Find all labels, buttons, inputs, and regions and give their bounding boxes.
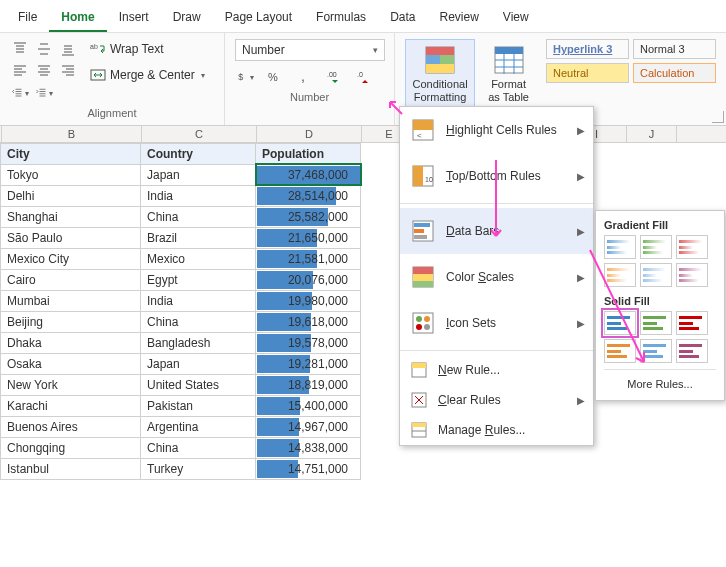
cell-country[interactable]: Bangladesh xyxy=(141,332,256,353)
cell-city[interactable]: Karachi xyxy=(1,395,141,416)
cell-style-normal3[interactable]: Normal 3 xyxy=(633,39,716,59)
menu-top-bottom[interactable]: 10 Top/Bottom Rules ▶ xyxy=(400,153,593,199)
cell-city[interactable]: Mexico City xyxy=(1,248,141,269)
cell-population[interactable]: 14,967,000 xyxy=(256,416,361,437)
table-row[interactable]: IstanbulTurkey14,751,000 xyxy=(1,458,361,479)
solid-swatch[interactable] xyxy=(640,339,672,363)
align-left-icon[interactable] xyxy=(10,61,30,81)
cell-population[interactable]: 37,468,000 xyxy=(256,164,361,185)
tab-formulas[interactable]: Formulas xyxy=(304,4,378,32)
align-top-icon[interactable] xyxy=(10,39,30,59)
number-dialog-launcher[interactable] xyxy=(712,111,724,123)
cell-population[interactable]: 25,582,000 xyxy=(256,206,361,227)
table-row[interactable]: MumbaiIndia19,980,000 xyxy=(1,290,361,311)
cell-city[interactable]: Tokyo xyxy=(1,164,141,185)
percent-icon[interactable]: % xyxy=(265,67,285,87)
align-right-icon[interactable] xyxy=(58,61,78,81)
menu-highlight-cells[interactable]: < Highlight Cells Rules ▶ xyxy=(400,107,593,153)
gradient-swatch[interactable] xyxy=(640,235,672,259)
number-format-selector[interactable]: Number ▾ xyxy=(235,39,385,61)
cell-city[interactable]: Beijing xyxy=(1,311,141,332)
cell-style-neutral[interactable]: Neutral xyxy=(546,63,629,83)
tab-view[interactable]: View xyxy=(491,4,541,32)
cell-city[interactable]: Shanghai xyxy=(1,206,141,227)
cell-city[interactable]: Istanbul xyxy=(1,458,141,479)
decrease-indent-icon[interactable] xyxy=(10,83,30,103)
cell-city[interactable]: Dhaka xyxy=(1,332,141,353)
table-row[interactable]: KarachiPakistan15,400,000 xyxy=(1,395,361,416)
wrap-text-button[interactable]: ab Wrap Text xyxy=(86,39,209,59)
cell-country[interactable]: Egypt xyxy=(141,269,256,290)
table-row[interactable]: ChongqingChina14,838,000 xyxy=(1,437,361,458)
table-row[interactable]: TokyoJapan37,468,000 xyxy=(1,164,361,185)
cell-population[interactable]: 14,751,000 xyxy=(256,458,361,479)
tab-review[interactable]: Review xyxy=(427,4,490,32)
tab-data[interactable]: Data xyxy=(378,4,427,32)
cell-country[interactable]: China xyxy=(141,206,256,227)
cell-country[interactable]: Pakistan xyxy=(141,395,256,416)
cell-style-calculation[interactable]: Calculation xyxy=(633,63,716,83)
gradient-swatch[interactable] xyxy=(604,235,636,259)
align-bottom-icon[interactable] xyxy=(58,39,78,59)
solid-swatch[interactable] xyxy=(604,311,636,335)
table-row[interactable]: New YorkUnited States18,819,000 xyxy=(1,374,361,395)
cell-population[interactable]: 21,581,000 xyxy=(256,248,361,269)
table-row[interactable]: Buenos AiresArgentina14,967,000 xyxy=(1,416,361,437)
header-population[interactable]: Population xyxy=(256,143,361,164)
cell-country[interactable]: Brazil xyxy=(141,227,256,248)
cell-population[interactable]: 19,980,000 xyxy=(256,290,361,311)
menu-data-bars[interactable]: Data Bars ▶ xyxy=(400,208,593,254)
cell-country[interactable]: China xyxy=(141,311,256,332)
col-header[interactable]: C xyxy=(142,126,257,142)
cell-city[interactable]: São Paulo xyxy=(1,227,141,248)
tab-insert[interactable]: Insert xyxy=(107,4,161,32)
cell-country[interactable]: Japan xyxy=(141,353,256,374)
table-row[interactable]: OsakaJapan19,281,000 xyxy=(1,353,361,374)
cell-population[interactable]: 28,514,000 xyxy=(256,185,361,206)
currency-icon[interactable]: $ xyxy=(235,67,255,87)
cell-country[interactable]: China xyxy=(141,437,256,458)
col-header[interactable]: J xyxy=(627,126,677,142)
solid-swatch[interactable] xyxy=(676,339,708,363)
merge-center-button[interactable]: Merge & Center xyxy=(86,65,209,85)
table-row[interactable]: ShanghaiChina25,582,000 xyxy=(1,206,361,227)
menu-icon-sets[interactable]: Icon Sets ▶ xyxy=(400,300,593,346)
cell-population[interactable]: 14,838,000 xyxy=(256,437,361,458)
cell-population[interactable]: 15,400,000 xyxy=(256,395,361,416)
cell-population[interactable]: 19,578,000 xyxy=(256,332,361,353)
cell-population[interactable]: 20,076,000 xyxy=(256,269,361,290)
table-row[interactable]: CairoEgypt20,076,000 xyxy=(1,269,361,290)
cell-population[interactable]: 19,618,000 xyxy=(256,311,361,332)
table-row[interactable]: BeijingChina19,618,000 xyxy=(1,311,361,332)
cell-city[interactable]: New York xyxy=(1,374,141,395)
cell-city[interactable]: Cairo xyxy=(1,269,141,290)
tab-draw[interactable]: Draw xyxy=(161,4,213,32)
cell-country[interactable]: Japan xyxy=(141,164,256,185)
increase-indent-icon[interactable] xyxy=(34,83,54,103)
cell-city[interactable]: Osaka xyxy=(1,353,141,374)
col-header[interactable]: B xyxy=(2,126,142,142)
col-header[interactable]: D xyxy=(257,126,362,142)
gradient-swatch[interactable] xyxy=(676,263,708,287)
cell-city[interactable]: Chongqing xyxy=(1,437,141,458)
menu-new-rule[interactable]: New Rule... xyxy=(400,355,593,385)
cell-city[interactable]: Buenos Aires xyxy=(1,416,141,437)
cell-country[interactable]: Argentina xyxy=(141,416,256,437)
gradient-swatch[interactable] xyxy=(640,263,672,287)
tab-file[interactable]: File xyxy=(6,4,49,32)
more-rules-button[interactable]: More Rules... xyxy=(604,369,716,398)
menu-color-scales[interactable]: Color Scales ▶ xyxy=(400,254,593,300)
align-middle-icon[interactable] xyxy=(34,39,54,59)
solid-swatch[interactable] xyxy=(604,339,636,363)
cell-population[interactable]: 19,281,000 xyxy=(256,353,361,374)
cell-population[interactable]: 18,819,000 xyxy=(256,374,361,395)
table-row[interactable]: Mexico CityMexico21,581,000 xyxy=(1,248,361,269)
cell-city[interactable]: Delhi xyxy=(1,185,141,206)
menu-manage-rules[interactable]: Manage Rules... xyxy=(400,415,593,445)
cell-population[interactable]: 21,650,000 xyxy=(256,227,361,248)
gradient-swatch[interactable] xyxy=(604,263,636,287)
align-center-icon[interactable] xyxy=(34,61,54,81)
gradient-swatch[interactable] xyxy=(676,235,708,259)
decrease-decimal-icon[interactable]: .0 xyxy=(355,67,375,87)
cell-country[interactable]: Mexico xyxy=(141,248,256,269)
